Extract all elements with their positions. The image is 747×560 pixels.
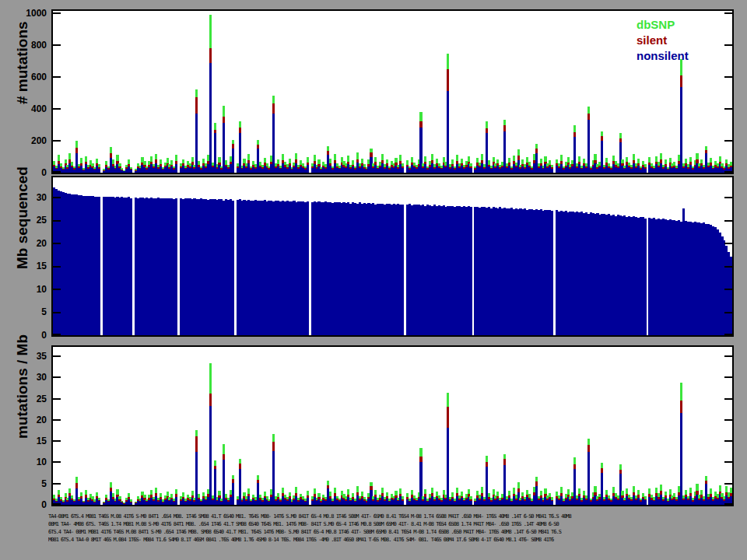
y-tick-label: 0 bbox=[41, 330, 47, 341]
y-tick-label: 10 bbox=[37, 284, 47, 295]
y-tick-label: 200 bbox=[31, 135, 47, 146]
sample-labels-row: M081 6TS.4 TA4-0 8M1T 46S M.084 1T6S- M0… bbox=[48, 536, 733, 544]
y-tick-label: 1000 bbox=[26, 8, 47, 19]
y-tick-label: 25 bbox=[37, 394, 47, 404]
legend-item-nonsilent: nonsilent bbox=[637, 48, 689, 64]
sample-labels-row: TA4-08M1 6TS.4 M081 T46S M.08 41T6 S-M0 … bbox=[48, 513, 733, 520]
y-tick-label: 20 bbox=[37, 238, 47, 249]
y-tick-label: 0 bbox=[41, 499, 47, 510]
y-tick-label: 5 bbox=[41, 306, 47, 317]
sample-labels-row: 6TS.4 TA4- 08M1 M081 41T6 T46S M.08 84T1… bbox=[48, 528, 733, 536]
y-tick-label: 30 bbox=[37, 372, 47, 383]
y-tick-label: 15 bbox=[37, 261, 47, 271]
mutations-per-mb-bar-plot bbox=[53, 347, 732, 505]
panel-mb-sequenced bbox=[51, 176, 734, 337]
yticks-mutations-per-mb: 05101520253035 bbox=[0, 347, 48, 505]
yticks-mutations: 02004006008001000 bbox=[0, 11, 48, 173]
sample-label-strip: TA4-08M1 6TS.4 M081 T46S M.08 41T6 S-M0 … bbox=[48, 513, 736, 547]
y-tick-label: 800 bbox=[31, 40, 47, 51]
legend: dbSNP silent nonsilent bbox=[637, 17, 689, 64]
y-tick-label: 5 bbox=[41, 478, 47, 489]
sample-labels-row: 08M1 TA4- 4M08 6TS. T46S 1.T4 M081 M.08 … bbox=[48, 520, 733, 528]
panel-mutations-per-mb bbox=[51, 345, 734, 506]
panel-mutations bbox=[51, 9, 734, 174]
y-tick-label: 600 bbox=[31, 72, 47, 82]
legend-item-silent: silent bbox=[637, 33, 689, 48]
mutation-figure: # mutations 02004006008001000 dbSNP sile… bbox=[0, 0, 747, 560]
y-tick-label: 20 bbox=[37, 415, 47, 425]
y-tick-label: 30 bbox=[37, 192, 47, 203]
y-tick-label: 25 bbox=[37, 215, 47, 226]
mutations-bar-plot bbox=[53, 11, 732, 173]
legend-item-dbsnp: dbSNP bbox=[637, 17, 689, 33]
y-tick-label: 35 bbox=[37, 351, 47, 362]
yticks-mb-sequenced: 051015202530 bbox=[0, 177, 48, 335]
y-tick-label: 0 bbox=[41, 167, 47, 178]
y-tick-label: 400 bbox=[31, 103, 47, 114]
y-tick-label: 10 bbox=[37, 457, 47, 467]
y-tick-label: 15 bbox=[37, 436, 47, 446]
mb-sequenced-bar-plot bbox=[53, 177, 732, 335]
